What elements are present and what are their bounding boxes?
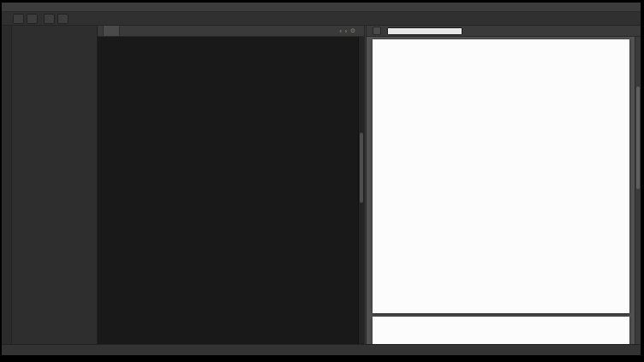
run-view-pdf-button[interactable]: [57, 14, 69, 24]
view-pdf-combo[interactable]: [44, 14, 55, 24]
side-panel-iconbar: [2, 26, 12, 344]
quick-build-combo[interactable]: [13, 14, 24, 24]
pdf-search-input[interactable]: [387, 27, 462, 35]
pdf-scrollbar[interactable]: [635, 37, 641, 344]
main-toolbar: [2, 12, 641, 26]
pdf-viewer-pane: [367, 26, 641, 344]
tab-sample-tex[interactable]: [103, 26, 120, 36]
pdf-scrollbar-thumb[interactable]: [636, 86, 640, 189]
editor-pane: ‹ › ⊙: [98, 26, 364, 344]
code-area: [98, 37, 364, 344]
main-area: ‹ › ⊙: [2, 26, 641, 344]
editor-tab-bar: ‹ › ⊙: [98, 26, 364, 37]
pdf-viewport[interactable]: [367, 37, 641, 344]
screen: ‹ › ⊙: [0, 0, 644, 362]
center-cursor-icon[interactable]: ⊙: [349, 27, 357, 34]
texmaker-window: ‹ › ⊙: [2, 3, 641, 355]
status-bar: [2, 344, 641, 355]
structure-tree: [12, 30, 97, 344]
pdf-page-2[interactable]: [373, 317, 629, 344]
menu-bar: [2, 3, 641, 12]
zoom-combo[interactable]: [373, 27, 381, 35]
structure-panel: [12, 26, 98, 344]
pdf-toolbar: [367, 26, 641, 37]
pdf-page-1[interactable]: [373, 39, 629, 313]
editor-scrollbar[interactable]: [358, 37, 364, 344]
editor-scrollbar-thumb[interactable]: [360, 133, 363, 203]
code-lines[interactable]: [98, 37, 358, 344]
run-quick-build-button[interactable]: [27, 14, 38, 24]
page-spacer: [401, 91, 601, 264]
